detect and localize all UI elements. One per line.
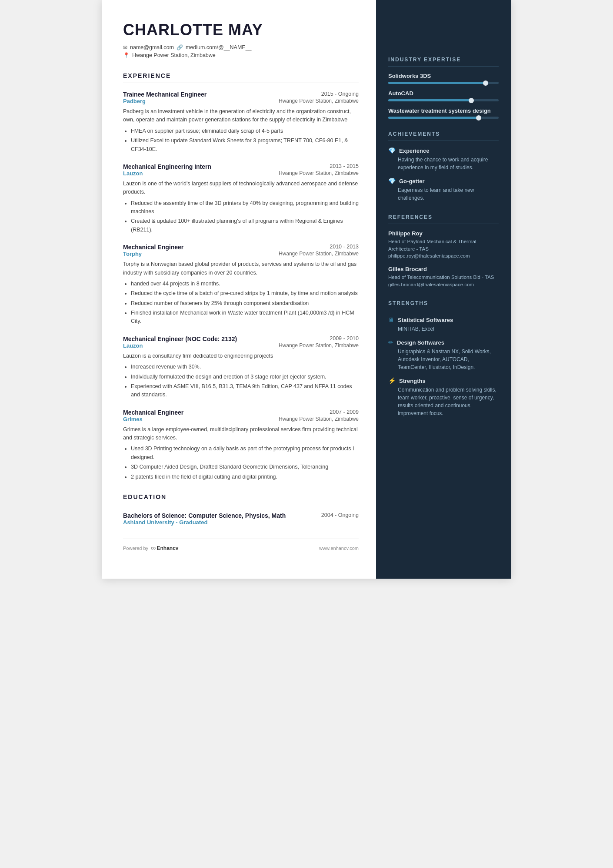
achievement-gg-title: Go-getter: [399, 178, 425, 184]
industry-divider: [388, 66, 499, 67]
exp-bullets-3: handed over 44 projects in 8 months. Red…: [131, 280, 359, 326]
email: name@gmail.com: [130, 44, 174, 50]
edu-item-1: Bachelors of Science: Computer Science, …: [123, 512, 359, 526]
skill-wastewater-fill: [388, 117, 479, 119]
skill-solidworks-name: Solidworks 3DS: [388, 73, 499, 79]
achievement-exp-title: Experience: [399, 147, 429, 154]
exp-sub-3: Torphy Hwange Power Station, Zimbabwe: [123, 251, 359, 258]
references-title: REFERENCES: [388, 214, 499, 220]
strengths-title: STRENGTHS: [388, 300, 499, 306]
edu-degree-1: Bachelors of Science: Computer Science, …: [123, 512, 286, 519]
skill-wastewater-bar: [388, 117, 499, 119]
monitor-icon: 🖥: [388, 316, 394, 323]
exp-header-2: Mechanical Engineering Intern 2013 - 201…: [123, 163, 359, 170]
exp-date-5: 2007 - 2009: [330, 409, 359, 415]
skill-wastewater-name: Wastewater treatment systems design: [388, 107, 499, 114]
strength-gen-text: Communication and problem solving skills…: [398, 386, 499, 417]
ref-philippe-title: Head of Payload Mechanical & Thermal Arc…: [388, 238, 499, 252]
exp-date-4: 2009 - 2010: [330, 335, 359, 342]
exp-company-4: Lauzon: [123, 342, 143, 349]
education-section: EDUCATION Bachelors of Science: Computer…: [123, 493, 359, 526]
exp-company-2: Lauzon: [123, 170, 143, 177]
contact-info: ✉ name@gmail.com 🔗 medium.com/@__NAME__ …: [123, 44, 359, 58]
exp-sub-1: Padberg Hwange Power Station, Zimbabwe: [123, 98, 359, 105]
enhancv-logo: ∞ Enhancv: [151, 544, 178, 552]
exp-title-1: Trainee Mechanical Engineer: [123, 91, 207, 98]
ref-philippe-email: philippe.roy@thalesaleniaspace.com: [388, 252, 499, 260]
references-section: REFERENCES Philippe Roy Head of Payload …: [388, 214, 499, 288]
exp-bullet-3-1: Reduced the cycle time of a batch of pre…: [131, 289, 359, 298]
exp-title-5: Mechanical Engineer: [123, 409, 183, 416]
exp-title-4: Mechanical Engineer (NOC Code: 2132): [123, 335, 237, 342]
achievement-gg-text: Eagerness to learn and take new challeng…: [398, 186, 499, 202]
exp-desc-4: Lauzon is a consultancy firm dedicated t…: [123, 352, 359, 360]
website: medium.com/@__NAME__: [186, 44, 252, 50]
left-panel: CHARLOTTE MAY ✉ name@gmail.com 🔗 medium.…: [102, 0, 376, 579]
exp-date-3: 2010 - 2013: [330, 244, 359, 250]
exp-header-5: Mechanical Engineer 2007 - 2009: [123, 409, 359, 416]
skill-autocad-name: AutoCAD: [388, 90, 499, 97]
experience-title: EXPERIENCE: [123, 72, 359, 79]
strength-gen-header: ⚡ Strengths: [388, 377, 499, 384]
location-row: 📍 Hwange Power Station, Zimbabwe: [123, 52, 359, 58]
strength-stat-title: Statistical Softwares: [398, 317, 453, 323]
exp-bullet-5-0: Used 3D Printing technology on a daily b…: [131, 445, 359, 462]
reference-philippe: Philippe Roy Head of Payload Mechanical …: [388, 230, 499, 260]
exp-bullets-1: FMEA on supplier part issue; eliminated …: [131, 127, 359, 154]
strength-statistical: 🖥 Statistical Softwares MINITAB, Excel: [388, 316, 499, 333]
exp-desc-2: Lauzon is one of the world's largest sup…: [123, 180, 359, 197]
exp-item-4: Mechanical Engineer (NOC Code: 2132) 200…: [123, 335, 359, 399]
exp-item-5: Mechanical Engineer 2007 - 2009 Grimes H…: [123, 409, 359, 481]
edu-school-1: Ashland University - Graduated: [123, 519, 359, 526]
location: Hwange Power Station, Zimbabwe: [132, 52, 216, 58]
edu-date-1: 2004 - Ongoing: [321, 512, 359, 519]
email-icon: ✉: [123, 44, 127, 50]
skill-wastewater: Wastewater treatment systems design: [388, 107, 499, 119]
exp-desc-5: Grimes is a large employee-owned, multid…: [123, 426, 359, 442]
exp-location-4: Hwange Power Station, Zimbabwe: [279, 342, 359, 349]
ref-gilles-name: Gilles Brocard: [388, 266, 499, 272]
exp-sub-2: Lauzon Hwange Power Station, Zimbabwe: [123, 170, 359, 177]
powered-by-label: Powered by: [123, 546, 148, 551]
reference-gilles: Gilles Brocard Head of Telecommunication…: [388, 266, 499, 288]
strength-stat-text: MINITAB, Excel: [398, 325, 499, 333]
achievement-gogetter: 💎 Go-getter Eagerness to learn and take …: [388, 178, 499, 202]
exp-bullet-4-1: Individually formulated the design and e…: [131, 373, 359, 381]
exp-bullets-5: Used 3D Printing technology on a daily b…: [131, 445, 359, 481]
achievement-gg-header: 💎 Go-getter: [388, 178, 499, 184]
industry-expertise-section: INDUSTRY EXPERTISE Solidworks 3DS AutoCA…: [388, 57, 499, 119]
edu-header-1: Bachelors of Science: Computer Science, …: [123, 512, 359, 519]
ref-philippe-name: Philippe Roy: [388, 230, 499, 237]
strength-gen-title: Strengths: [399, 378, 426, 384]
pencil-icon: ✏: [388, 339, 393, 346]
candidate-name: CHARLOTTE MAY: [123, 21, 359, 39]
skill-solidworks: Solidworks 3DS: [388, 73, 499, 84]
footer-website: www.enhancv.com: [319, 546, 359, 551]
skill-autocad-fill: [388, 99, 471, 101]
achievement-exp-text: Having the chance to work and acquire ex…: [398, 156, 499, 171]
exp-bullet-3-2: Reduced number of fasteners by 25% throu…: [131, 299, 359, 308]
education-title: EDUCATION: [123, 493, 359, 500]
skill-autocad-bar: [388, 99, 499, 101]
lightning-icon: ⚡: [388, 377, 396, 384]
exp-location-3: Hwange Power Station, Zimbabwe: [279, 251, 359, 257]
strength-design-title: Design Softwares: [397, 339, 444, 346]
exp-bullet-3-3: Finished installation Mechanical work in…: [131, 309, 359, 326]
exp-company-5: Grimes: [123, 416, 143, 422]
exp-header-1: Trainee Mechanical Engineer 2015 - Ongoi…: [123, 91, 359, 98]
exp-sub-5: Grimes Hwange Power Station, Zimbabwe: [123, 416, 359, 423]
strength-general: ⚡ Strengths Communication and problem so…: [388, 377, 499, 417]
footer-left: Powered by ∞ Enhancv: [123, 544, 179, 552]
skill-solidworks-bar: [388, 82, 499, 84]
exp-bullet-5-2: 2 patents filed in the field of digital …: [131, 473, 359, 481]
ref-gilles-email: gilles.brocard@thalesaleniaspace.com: [388, 281, 499, 288]
exp-bullet-1-0: FMEA on supplier part issue; eliminated …: [131, 127, 359, 135]
exp-bullet-2-0: Reduced the assembly time of the 3D prin…: [131, 199, 359, 216]
right-panel: INDUSTRY EXPERTISE Solidworks 3DS AutoCA…: [376, 0, 511, 579]
skill-autocad-dot: [469, 98, 474, 103]
exp-company-1: Padberg: [123, 98, 146, 104]
exp-desc-1: Padberg is an investment vehicle in the …: [123, 107, 359, 124]
exp-bullet-3-0: handed over 44 projects in 8 months.: [131, 280, 359, 288]
exp-location-1: Hwange Power Station, Zimbabwe: [279, 98, 359, 104]
footer: Powered by ∞ Enhancv www.enhancv.com: [123, 539, 359, 552]
